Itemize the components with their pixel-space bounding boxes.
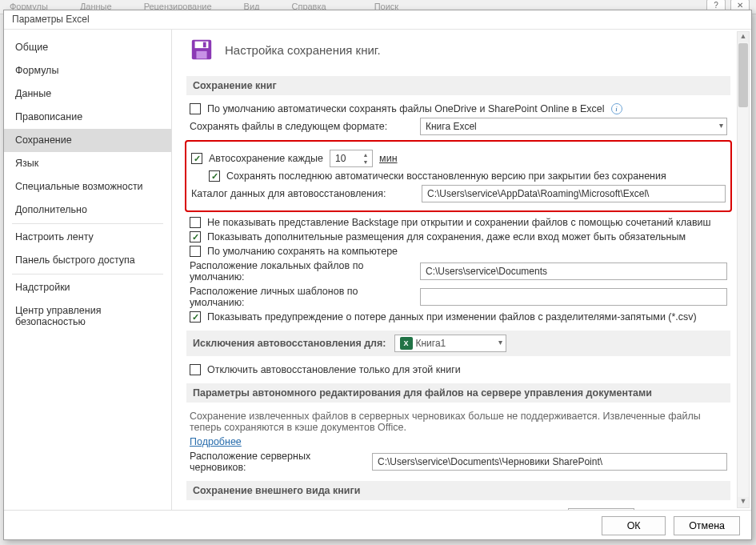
spinner-down-icon[interactable]: ▼	[361, 159, 370, 165]
category-sidebar: Общие Формулы Данные Правописание Сохран…	[4, 30, 172, 510]
lbl-format: Сохранять файлы в следующем формате:	[190, 121, 414, 132]
lbl-autosave-unit: мин	[379, 153, 397, 164]
cancel-button[interactable]: Отмена	[674, 516, 740, 535]
sidebar-item-qat[interactable]: Панель быстрого доступа	[4, 249, 171, 272]
sidebar-item-data[interactable]: Данные	[4, 82, 171, 106]
chk-cloud-default[interactable]	[190, 103, 201, 114]
ok-button[interactable]: ОК	[602, 516, 666, 535]
combo-workbook-value: Книга1	[416, 338, 446, 349]
svg-rect-2	[196, 51, 206, 58]
combo-file-format[interactable]: Книга Excel	[420, 118, 727, 135]
section-autorecover-exceptions-label: Исключения автовосстановления для:	[193, 338, 386, 349]
section-appearance: Сохранение внешнего вида книги	[186, 481, 730, 500]
input-local-path[interactable]: C:\Users\service\Documents	[420, 262, 727, 280]
spinner-up-icon[interactable]: ▲	[361, 152, 370, 158]
autosave-highlight-frame: Автосохранение каждые 10 ▲ ▼ мин Сохраня…	[185, 140, 732, 212]
sidebar-separator	[12, 223, 163, 224]
dialog-title: Параметры Excel	[4, 10, 751, 30]
lbl-disable-recovery: Отключить автовосстановление только для …	[207, 364, 461, 375]
lbl-cloud-default: По умолчанию автоматически сохранять фай…	[207, 103, 605, 114]
sidebar-item-save[interactable]: Сохранение	[4, 129, 171, 152]
dialog-footer: ОК Отмена	[4, 510, 751, 540]
chk-disable-recovery[interactable]	[190, 364, 201, 375]
lbl-local-path: Расположение локальных файлов по умолчан…	[190, 260, 414, 283]
input-drafts-path[interactable]: C:\Users\service\Documents\Черновики Sha…	[372, 453, 727, 471]
lbl-csv-warn: Показывать предупреждение о потере данны…	[207, 311, 697, 323]
section-server-edit: Параметры автономного редактирования для…	[186, 383, 730, 403]
chk-autosave[interactable]	[191, 153, 202, 164]
sidebar-item-general[interactable]: Общие	[4, 36, 171, 59]
lbl-save-to-pc: По умолчанию сохранять на компьютере	[207, 246, 398, 257]
scroll-thumb[interactable]	[738, 43, 748, 107]
chk-keep-last[interactable]	[209, 170, 220, 182]
save-icon	[190, 38, 214, 62]
chk-no-backstage[interactable]	[190, 217, 201, 228]
svg-rect-1	[195, 42, 209, 48]
section-save-books: Сохранение книг	[186, 76, 730, 95]
input-templates-path[interactable]	[420, 288, 727, 306]
chk-save-to-pc[interactable]	[190, 246, 201, 257]
lbl-no-backstage: Не показывать представление Backstage пр…	[207, 217, 711, 228]
server-note: Сохранение извлеченных файлов в серверны…	[190, 411, 727, 433]
scroll-up-icon[interactable]: ▲	[738, 32, 749, 42]
sidebar-separator	[12, 274, 163, 275]
scrollbar[interactable]: ▲ ▼	[737, 31, 750, 508]
info-icon[interactable]: i	[611, 103, 622, 114]
sidebar-item-advanced[interactable]: Дополнительно	[4, 198, 171, 222]
lbl-drafts-path: Расположение серверных черновиков:	[190, 451, 366, 473]
autosave-minutes-value: 10	[335, 153, 346, 164]
svg-rect-3	[203, 42, 206, 48]
sidebar-item-proofing[interactable]: Правописание	[4, 106, 171, 129]
excel-file-icon	[400, 337, 413, 350]
lbl-autosave: Автосохранение каждые	[209, 153, 323, 164]
panel-heading: Настройка сохранения книг.	[225, 43, 381, 57]
lbl-recovery-path: Каталог данных для автовосстановления:	[191, 188, 415, 199]
lbl-show-additional: Показывать дополнительные размещения для…	[207, 231, 686, 242]
lbl-templates-path: Расположение личных шаблонов по умолчани…	[190, 286, 414, 308]
options-panel: Настройка сохранения книг. Сохранение кн…	[172, 30, 751, 510]
sidebar-item-trust[interactable]: Центр управления безопасностью	[4, 299, 171, 334]
autosave-minutes-spinner[interactable]: 10 ▲ ▼	[330, 150, 373, 167]
sidebar-item-language[interactable]: Язык	[4, 152, 171, 175]
sidebar-item-formulas[interactable]: Формулы	[4, 59, 171, 82]
sidebar-item-accessibility[interactable]: Специальные возможности	[4, 175, 171, 198]
sidebar-item-ribbon[interactable]: Настроить ленту	[4, 226, 171, 249]
options-dialog: Параметры Excel Общие Формулы Данные Пра…	[3, 10, 752, 540]
combo-workbook[interactable]: Книга1	[394, 335, 506, 352]
chk-show-additional[interactable]	[190, 231, 201, 242]
sidebar-item-addins[interactable]: Надстройки	[4, 276, 171, 299]
scroll-down-icon[interactable]: ▼	[738, 497, 749, 507]
section-autorecover-exceptions: Исключения автовосстановления для: Книга…	[186, 331, 730, 356]
lbl-keep-last: Сохранять последнюю автоматически восста…	[226, 170, 666, 182]
input-recovery-path[interactable]: C:\Users\service\AppData\Roaming\Microso…	[422, 185, 726, 202]
colors-button[interactable]: Цвета...	[568, 508, 634, 510]
learn-more-link[interactable]: Подробнее	[190, 436, 242, 447]
chk-csv-warn[interactable]	[190, 311, 201, 323]
